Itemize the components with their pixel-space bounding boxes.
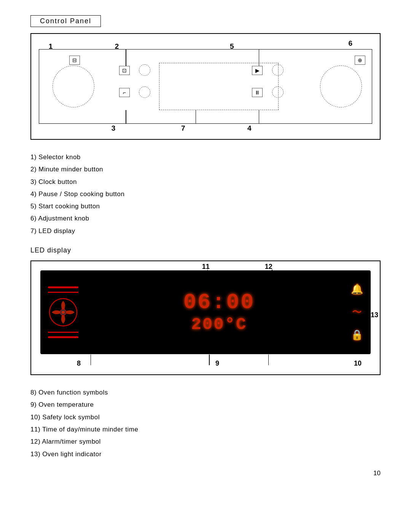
- control-item-1: 1) Selector knob: [30, 151, 381, 163]
- page-number: 10: [30, 470, 381, 477]
- selector-knob: [53, 66, 94, 107]
- adjustment-knob: [320, 66, 362, 107]
- led-label-10: 10: [354, 359, 362, 367]
- led-temp-display: 200°C: [191, 316, 247, 333]
- label-4: 4: [247, 124, 252, 133]
- control-items-list: 1) Selector knob 2) Minute minder button…: [30, 151, 381, 237]
- line-7: [196, 110, 196, 123]
- control-item-7: 7) LED display: [30, 225, 381, 237]
- label-3: 3: [112, 124, 116, 133]
- led-bottom-labels: 8 9 10: [31, 358, 380, 369]
- control-item-5: 5) Start cooking button: [30, 200, 381, 212]
- pause-stop-btn[interactable]: ⏸: [252, 88, 263, 97]
- label-6: 6: [349, 39, 353, 48]
- line-5: [259, 50, 260, 66]
- led-item-10: 10) Safety lock symbol: [30, 411, 381, 423]
- control-panel-diagram: 1 2 5 6 3 7 4 ⊟ ⊡ ⌐ ▶ ⏸ ⊕: [30, 33, 381, 140]
- section-title: Control Panel: [30, 15, 101, 27]
- fan-icon: [48, 297, 78, 328]
- control-item-2: 2) Minute minder button: [30, 163, 381, 176]
- led-item-9: 9) Oven temperature: [30, 399, 381, 411]
- led-right-icons: 🔔 〜 🔒: [351, 274, 363, 350]
- led-items-list: 8) Oven function symbols 9) Oven tempera…: [30, 387, 381, 460]
- led-item-11: 11) Time of day/minute minder time: [30, 423, 381, 436]
- label-7: 7: [181, 124, 185, 133]
- led-time-temp-area: 06:00 200°C: [88, 292, 351, 333]
- led-top-line: [48, 286, 78, 288]
- line-9-up: [209, 355, 210, 365]
- led-display-container: 11 12 13: [30, 260, 381, 375]
- led-label-8: 8: [77, 359, 81, 367]
- led-time-display: 06:00: [183, 292, 255, 313]
- safety-lock-icon: 🔒: [351, 329, 363, 341]
- start-cooking-btn[interactable]: ▶: [252, 66, 263, 75]
- line-10-up: [268, 355, 269, 365]
- led-label-12: 12: [265, 263, 272, 271]
- control-item-4: 4) Pause / Stop cooking button: [30, 188, 381, 200]
- led-item-8: 8) Oven function symbols: [30, 387, 381, 399]
- control-item-3: 3) Clock button: [30, 176, 381, 188]
- led-item-12: 12) Alarm/timer symbol: [30, 436, 381, 448]
- led-item-13: 13) Oven light indicator: [30, 448, 381, 460]
- line-4: [259, 110, 260, 123]
- line-2: [126, 50, 126, 66]
- svg-point-2: [62, 311, 65, 314]
- led-section-title: LED display: [30, 246, 381, 254]
- clock-btn[interactable]: ⌐: [119, 88, 130, 97]
- start-circle: [272, 64, 284, 76]
- led-bot-line: [48, 336, 78, 338]
- inner-panel-box: ⊟ ⊡ ⌐ ▶ ⏸ ⊕: [39, 49, 372, 124]
- led-bot-line2: [48, 332, 78, 333]
- mm-circle: [139, 64, 150, 76]
- alarm-icon: 🔔: [351, 283, 363, 295]
- control-icon-1: ⊟: [69, 56, 80, 65]
- pause-circle: [272, 86, 284, 98]
- oven-function-symbols: [48, 284, 78, 340]
- led-label-11: 11: [202, 263, 210, 271]
- minute-minder-btn[interactable]: ⊡: [119, 66, 130, 75]
- control-icon-6: ⊕: [355, 56, 365, 65]
- clock-circle: [139, 86, 150, 98]
- control-item-6: 6) Adjustment knob: [30, 212, 381, 225]
- led-display: 06:00 200°C 🔔 〜 🔒: [40, 270, 371, 354]
- light-indicator-icon: 〜: [352, 306, 362, 318]
- led-label-9: 9: [215, 359, 219, 367]
- line-3: [126, 110, 126, 123]
- line-8-up: [91, 355, 91, 365]
- led-top-line2: [48, 292, 78, 293]
- led-label-13: 13: [371, 311, 378, 319]
